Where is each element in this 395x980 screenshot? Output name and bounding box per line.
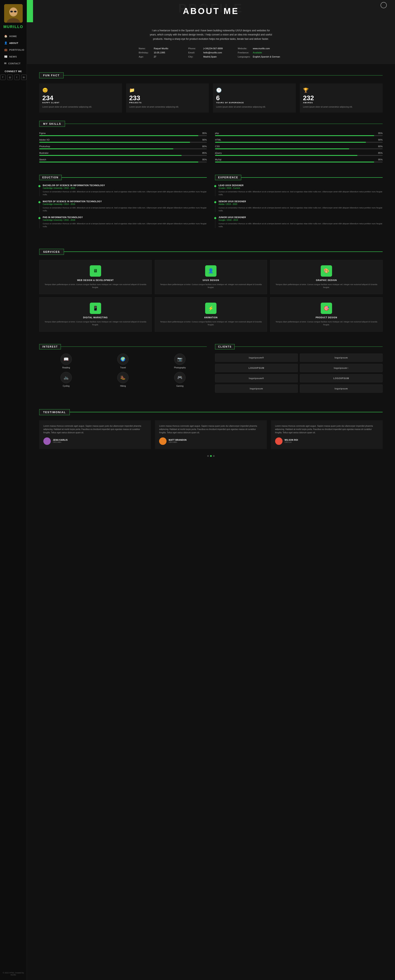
skills-grid: Figma95%php95%Adobe XD90%HTML90%Photosho… [39,132,382,162]
hero-section: PROFILE About Me [27,0,395,22]
green-accent-bar [27,0,33,22]
interest-item: 🎮Gaming [153,372,207,387]
skill-row: MySql95% [215,158,382,162]
education-item: PHD IN INFORMATION TECHNOLOGYCambridge U… [39,216,207,228]
bio-website-label: Website: [238,47,251,50]
sidebar-label-portfolio: PORTFOLIO [9,49,24,51]
education-title: EDUCTION [39,175,62,180]
social-icons: f ◎ t in [0,75,27,80]
interest-title: INTEREST [39,344,61,349]
interest-icon: 🌍 [117,353,129,365]
sidebar-label-about: ABOUT [9,42,18,44]
clients-grid: logoipsum®logoipsumLOGOIPSUMlogoipsum~lo… [215,353,382,393]
connect-label: CONNECT ME [5,70,22,73]
fact-number-2: 6 [216,95,293,101]
skill-row: HTML90% [215,138,382,143]
svg-rect-5 [14,11,16,13]
clients-title: CLIENTS [215,344,235,349]
bio-languages-label: Languages: [238,56,251,58]
page-title: About Me [39,6,382,16]
experience-item: JUNIOR UI/UX DESIGNERGoogle / 2018 - 201… [215,216,382,228]
testimonial-person: WILSON ROI CEO,UA [275,438,379,445]
dot-1[interactable] [210,455,212,457]
skill-row: php95% [215,132,382,136]
bio-section: I am a freelancer based in the Spanish a… [27,22,395,64]
testimonial-role: CEO,MBA [53,441,68,443]
svg-point-8 [44,443,50,445]
fact-card-2: 🕐 6 YEARS OF EXPERIENCE Lorem ipsum dolo… [213,83,296,113]
bio-phone-row: Phone: (+34)234-567-8899 [188,47,233,50]
testimonial-card: Lorem massa rhoncus commodo aget augue. … [271,420,382,449]
client-logo: LOGOIPSUM [215,364,298,372]
portfolio-icon: 💼 [4,48,8,51]
testimonial-role: CEO,UA [285,441,298,443]
testimonial-name: JENA KARLIS [53,439,68,441]
education-items: BACHELOR OF SCIENCE IN INFORMATION TECHN… [39,184,207,228]
testimonial-text: Lorem massa rhoncus commodo aget augue. … [159,425,262,434]
services-grid: 🖥WEB DESIGN & DEVELOPMENTTempus diam pel… [39,260,382,332]
sidebar-item-news[interactable]: 📰 NEWS [2,54,24,60]
client-logo: logoipsum® [215,374,298,382]
sidebar-item-portfolio[interactable]: 💼 PORTFOLIO [2,47,24,53]
bio-website-value: www.murillo.com [253,47,270,50]
testimonial-avatar [43,438,51,445]
bio-email-value: hello@murillo.com [203,51,222,54]
client-logo: logoipsum® [215,353,298,362]
interest-section: INTEREST 📖Reading🌍Travel📷Photography🚲Cyc… [39,344,207,393]
service-icon: 👤 [205,265,216,277]
twitter-icon[interactable]: t [14,75,19,80]
education-item: MASTER OF SCIENCE IN INFORMATION TECHNOL… [39,200,207,212]
skills-line [65,124,382,124]
news-icon: 📰 [4,55,8,58]
sidebar-name: MURILLO [3,25,23,29]
service-icon: 🎯 [321,302,332,314]
client-logo: logoipsum~ [300,364,382,372]
svg-point-15 [277,439,280,442]
experience-line [241,177,382,178]
bio-birthday-value: 10.05.1995 [154,51,165,54]
interest-item: 🌍Travel [96,353,150,369]
skill-row: Sketch95% [39,158,207,162]
sidebar-item-about[interactable]: 👤 ABOUT [2,40,24,46]
clients-section: CLIENTS logoipsum®logoipsumLOGOIPSUMlogo… [215,344,382,393]
service-card: 🎯PRODUCT DESIGNTempus diam pellentesque … [270,297,382,332]
linkedin-icon[interactable]: in [21,75,27,80]
client-logo: logoipsum [300,385,382,393]
service-icon: 🎨 [321,265,332,277]
fact-desc-3: Lorem ipsum dolor sit amet consectetur a… [303,105,379,108]
interest-line [61,347,207,347]
bio-phone-label: Phone: [188,47,201,50]
service-icon: ⚡ [205,302,216,314]
bio-details: Name: Raquel Murillo Phone: (+34)234-567… [139,47,283,58]
contact-icon: ✉ [4,62,6,65]
interest-grid: 📖Reading🌍Travel📷Photography🚲Cycling🥾Hiki… [39,353,207,387]
testimonial-grid: Lorem massa rhoncus commodo aget augue. … [39,420,382,449]
interest-icon: 📖 [61,353,72,365]
bio-birthday-label: Birthday: [139,51,152,54]
fact-icon-3: 🏆 [303,88,379,93]
bio-city-row: City: Madrid,Spain [188,56,233,58]
sidebar-item-contact[interactable]: ✉ CONTACT [2,60,24,66]
experience-item: SENIOR UI/UX DESIGNERAdobe / 2019 - 2020… [215,200,382,212]
fact-icon-1: 📁 [129,88,206,93]
education-item: BACHELOR OF SCIENCE IN INFORMATION TECHN… [39,184,207,196]
fact-icon-2: 🕐 [216,88,293,93]
svg-rect-4 [10,11,13,13]
skill-row: Adobe XD90% [39,138,207,143]
fact-card-0: 😊 234 HAPPY CLIENT Lorem ipsum dolor sit… [39,83,122,113]
fun-fact-title-wrap: FUN FACT [39,72,382,78]
fact-card-1: 📁 233 PROJECTS Lorem ipsum dolor sit ame… [126,83,209,113]
interest-icon: 🚲 [61,372,72,383]
testimonial-person: MATT BRANDON CEO,MBA [159,438,262,445]
facebook-icon[interactable]: f [0,75,6,80]
dot-2[interactable] [213,455,214,457]
dot-0[interactable] [207,455,209,457]
sidebar-item-home[interactable]: 🏠 HOME [2,33,24,39]
instagram-icon[interactable]: ◎ [7,75,13,80]
testimonial-title: TESTIMONIAL [39,409,70,415]
svg-point-12 [162,439,164,442]
fact-number-1: 233 [129,95,206,101]
experience-title: EXPERIENCE [215,175,241,180]
bio-languages-value: English,Spanish & German [253,56,280,58]
fact-label-3: AWARDS [303,102,379,104]
